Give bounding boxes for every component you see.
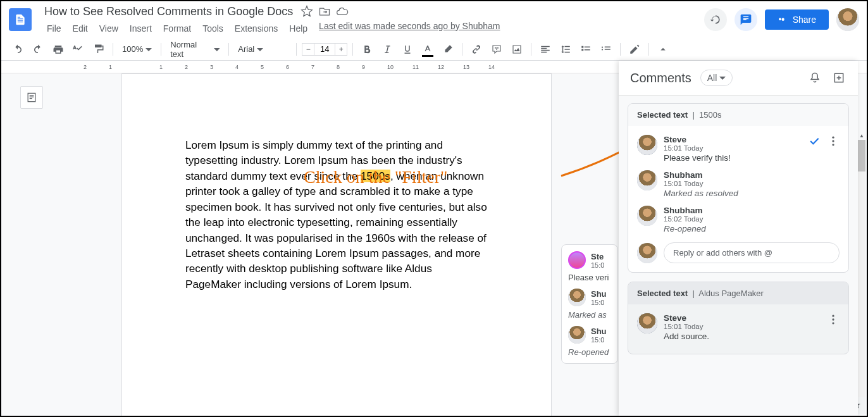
text-color-button[interactable] — [419, 40, 437, 58]
editing-mode-button[interactable] — [626, 40, 643, 58]
font-size-input[interactable]: 14 — [314, 43, 335, 56]
app-header: How to See Resolved Comments in Google D… — [1, 1, 867, 38]
comment-avatar — [637, 313, 657, 333]
share-button[interactable]: Share — [765, 9, 829, 30]
menu-extensions[interactable]: Extensions — [230, 21, 283, 36]
bold-button[interactable] — [358, 40, 376, 58]
highlighted-text[interactable]: 1500s — [361, 170, 390, 182]
comments-panel-title: Comments — [630, 71, 691, 85]
menu-view[interactable]: View — [94, 21, 123, 36]
document-outline-button[interactable] — [20, 86, 43, 109]
comment-author: Steve — [664, 135, 802, 144]
thread-selected-text: Selected text | Aldus PageMaker — [628, 282, 848, 304]
title-area: How to See Resolved Comments in Google D… — [42, 4, 704, 36]
menu-help[interactable]: Help — [284, 21, 313, 36]
comments-panel: Comments All Selected text | 1500sSteve1… — [619, 61, 858, 416]
version-history-button[interactable] — [704, 8, 727, 31]
undo-button[interactable] — [9, 40, 27, 58]
more-options-icon[interactable] — [827, 313, 840, 326]
scrollbar-thumb[interactable] — [858, 140, 865, 171]
new-comment-icon[interactable] — [831, 70, 846, 85]
comment-time: 15:02 Today — [664, 215, 840, 223]
menu-file[interactable]: File — [42, 21, 66, 36]
zoom-select[interactable]: 100% — [118, 43, 156, 55]
highlight-color-button[interactable] — [439, 40, 457, 58]
floating-comment-thread[interactable]: Ste15:0 Please veri Shu15:0 Marked as Sh… — [561, 244, 618, 364]
comment-text: Please verify this! — [664, 153, 802, 163]
comment-author: Shubham — [664, 170, 840, 180]
comment-text: Marked as resolved — [664, 189, 840, 198]
last-edit-link[interactable]: Last edit was made seconds ago by Shubha… — [319, 21, 500, 36]
star-icon[interactable] — [301, 5, 313, 18]
menu-edit[interactable]: Edit — [68, 21, 93, 36]
insert-comment-button[interactable] — [488, 40, 505, 58]
svg-point-1 — [832, 140, 834, 142]
more-options-icon[interactable] — [827, 135, 840, 147]
spellcheck-button[interactable] — [70, 40, 87, 58]
account-avatar[interactable] — [836, 8, 859, 31]
document-title[interactable]: How to See Resolved Comments in Google D… — [42, 4, 295, 20]
hide-menus-button[interactable] — [654, 40, 672, 58]
comment-item: Steve15:01 TodayPlease verify this! — [637, 131, 840, 166]
comment-item: Steve15:01 TodayAdd source. — [637, 309, 840, 345]
main-area: 211234567891011121314 Lorem Ipsum is sim… — [1, 61, 867, 416]
notifications-icon[interactable] — [807, 70, 822, 85]
comments-panel-header: Comments All — [619, 61, 858, 96]
comment-author: Shubham — [664, 206, 840, 215]
comments-panel-body[interactable]: Selected text | 1500sSteve15:01 TodayPle… — [619, 96, 858, 416]
comment-text: Add source. — [664, 332, 821, 341]
menu-bar: FileEditViewInsertFormatToolsExtensionsH… — [42, 21, 704, 36]
menu-format[interactable]: Format — [158, 21, 196, 36]
redo-button[interactable] — [29, 40, 47, 58]
styles-select[interactable]: Normal text — [166, 39, 223, 60]
line-spacing-button[interactable] — [557, 40, 574, 58]
comment-time: 15:01 Today — [664, 180, 840, 187]
bulleted-list-button[interactable] — [597, 40, 615, 58]
share-label: Share — [793, 15, 816, 25]
underline-button[interactable] — [399, 40, 416, 58]
cloud-status-icon[interactable] — [336, 5, 349, 18]
paint-format-button[interactable] — [90, 40, 108, 58]
menu-insert[interactable]: Insert — [125, 21, 157, 36]
comment-text: Re-opened — [664, 224, 840, 233]
reply-input[interactable]: Reply or add others with @ — [664, 242, 840, 263]
insert-link-button[interactable] — [468, 40, 485, 58]
comment-item: Shubham15:02 TodayRe-opened — [637, 202, 840, 237]
docs-logo[interactable] — [9, 8, 32, 31]
svg-point-3 — [832, 315, 834, 317]
comment-item: Shubham15:01 TodayMarked as resolved — [637, 166, 840, 202]
comment-thread[interactable]: Selected text | Aldus PageMakerSteve15:0… — [628, 282, 849, 354]
italic-button[interactable] — [378, 40, 396, 58]
svg-point-5 — [832, 322, 834, 324]
font-select[interactable]: Arial — [234, 43, 291, 55]
font-size-increase[interactable]: + — [335, 43, 347, 56]
svg-point-4 — [832, 318, 834, 320]
print-button[interactable] — [49, 40, 67, 58]
comment-thread[interactable]: Selected text | 1500sSteve15:01 TodayPle… — [628, 103, 849, 273]
comment-time: 15:01 Today — [664, 323, 821, 330]
menu-tools[interactable]: Tools — [197, 21, 228, 36]
thread-selected-text: Selected text | 1500s — [628, 104, 848, 126]
vertical-scrollbar[interactable]: ▲ ▼ — [858, 140, 865, 397]
comment-avatar — [637, 135, 657, 155]
font-size-decrease[interactable]: − — [302, 43, 314, 56]
align-button[interactable] — [536, 40, 554, 58]
resolve-icon[interactable] — [808, 135, 821, 147]
comment-avatar — [637, 170, 657, 190]
comment-avatar — [637, 206, 657, 226]
comments-button[interactable] — [735, 8, 757, 31]
document-text[interactable]: Lorem Ipsum is simply dummy text of the … — [185, 137, 488, 292]
svg-point-2 — [832, 144, 834, 146]
reply-avatar — [637, 243, 657, 263]
move-icon[interactable] — [318, 5, 331, 18]
svg-point-0 — [832, 137, 834, 139]
document-page[interactable]: Lorem Ipsum is simply dummy text of the … — [121, 73, 552, 416]
checklist-button[interactable] — [577, 40, 595, 58]
toolbar: 100% Normal text Arial − 14 + — [1, 38, 867, 61]
comment-author: Steve — [664, 313, 821, 323]
insert-image-button[interactable] — [508, 40, 526, 58]
comment-time: 15:01 Today — [664, 144, 802, 152]
comments-filter-button[interactable]: All — [700, 70, 733, 86]
